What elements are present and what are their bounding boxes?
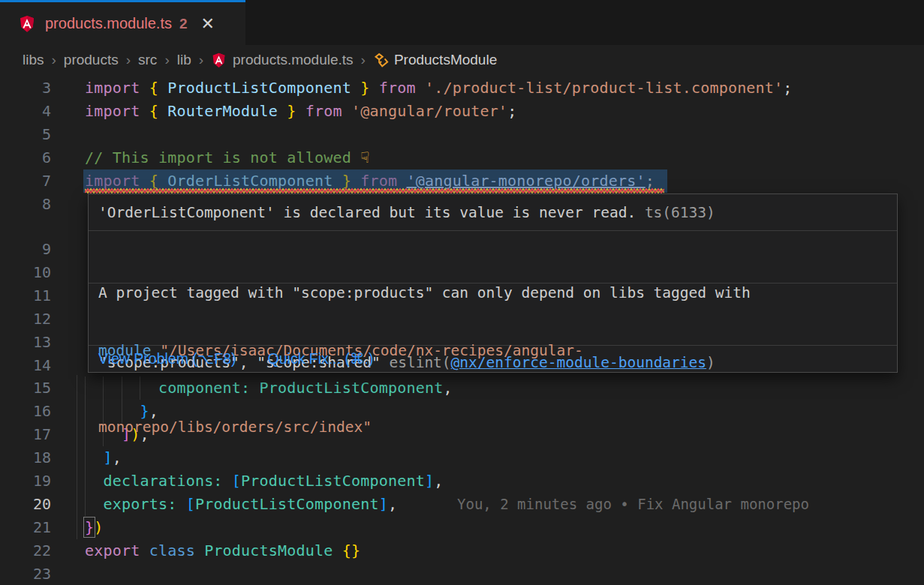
code-token: import xyxy=(85,102,149,120)
code-line[interactable]: import { ProductListComponent } from './… xyxy=(85,76,793,100)
tab-title: products.module.ts xyxy=(45,15,172,32)
line-number: 22 xyxy=(0,539,51,562)
code-token: '@angular/router' xyxy=(351,102,507,120)
line-number: 9 xyxy=(0,238,51,261)
hover-ts-error-code: ts(6133) xyxy=(636,204,715,221)
chevron-right-icon: › xyxy=(52,52,56,68)
breadcrumb-item-symbol[interactable]: ProductsModule xyxy=(373,52,497,68)
hover-eslint-close-paren: ) xyxy=(706,354,715,371)
code-token: ) xyxy=(94,518,103,536)
line-number: 21 xyxy=(0,516,51,539)
hover-module-line2: monorepo/libs/orders/src/index" xyxy=(98,415,897,440)
code-token: } xyxy=(351,79,369,97)
code-token: ; xyxy=(507,102,516,120)
breadcrumb-symbol-label: ProductsModule xyxy=(394,52,497,68)
code-token: class xyxy=(149,542,204,560)
code-token: ProductListComponent xyxy=(195,495,379,513)
chevron-right-icon: › xyxy=(126,52,131,68)
tab-products-module[interactable]: products.module.ts 2 ✕ xyxy=(0,0,245,45)
code-token: export xyxy=(85,542,149,560)
git-blame-annotation: You, 2 minutes ago • Fix Angular monorep… xyxy=(457,493,809,516)
code-token: './product-list/product-list.component' xyxy=(425,79,783,97)
error-hover-popup: 'OrderListComponent' is declared but its… xyxy=(88,194,898,373)
class-icon xyxy=(373,52,389,68)
chevron-right-icon: › xyxy=(164,52,169,68)
code-token: ☟ xyxy=(360,148,369,166)
angular-icon xyxy=(18,14,36,34)
line-number: 12 xyxy=(0,308,51,331)
line-number: 10 xyxy=(0,261,51,284)
line-number: 19 xyxy=(0,470,51,493)
breadcrumb-item-file[interactable]: products.module.ts xyxy=(211,52,354,69)
hover-ts-error-text: 'OrderListComponent' is declared but its… xyxy=(98,204,636,221)
code-token: ProductsModule xyxy=(204,542,342,560)
hover-ts-error: 'OrderListComponent' is declared but its… xyxy=(89,194,897,231)
code-token: exports: xyxy=(85,495,186,513)
chevron-right-icon: › xyxy=(199,52,203,68)
line-number: 17 xyxy=(0,423,51,446)
code-token: // This import is not allowed xyxy=(85,148,360,166)
line-number: 14 xyxy=(0,354,51,377)
code-token: { xyxy=(149,102,167,120)
angular-icon xyxy=(211,52,227,69)
line-number: 23 xyxy=(0,562,51,585)
code-line[interactable]: // This import is not allowed ☟ xyxy=(85,146,369,170)
hover-eslint-error: A project tagged with "scope:products" c… xyxy=(89,231,897,284)
quick-fix-button[interactable]: Quick Fix... (⌘.) xyxy=(268,350,374,368)
breadcrumb-item-products[interactable]: products xyxy=(64,52,119,68)
line-number: 4 xyxy=(0,100,51,123)
code-line[interactable]: }) xyxy=(85,516,104,539)
breadcrumb-item-lib[interactable]: lib xyxy=(177,52,191,68)
code-token: { xyxy=(149,79,167,97)
code-token: } xyxy=(278,102,296,120)
line-number: 7 xyxy=(0,170,51,193)
breadcrumb-file-label: products.module.ts xyxy=(233,52,354,68)
view-problem-button[interactable]: View Problem (⌥F8) xyxy=(98,350,236,368)
code-token: [ xyxy=(186,495,195,513)
line-number: 20 xyxy=(0,493,51,516)
line-number: 18 xyxy=(0,446,51,470)
line-number: 16 xyxy=(0,400,51,423)
line-number: 3 xyxy=(0,76,51,100)
line-number: 11 xyxy=(0,284,51,308)
line-number: 8 xyxy=(0,193,51,216)
breadcrumb-item-libs[interactable]: libs xyxy=(23,52,44,68)
vscode-window: { "tab": { "title": "products.module.ts"… xyxy=(0,0,924,585)
line-number: 13 xyxy=(0,331,51,354)
code-token: } xyxy=(85,518,94,536)
breadcrumb: libs › products › src › lib › products.m… xyxy=(0,45,924,75)
code-token: {} xyxy=(342,542,360,560)
code-token: ; xyxy=(783,79,792,97)
breadcrumb-item-src[interactable]: src xyxy=(138,52,157,68)
code-token: import xyxy=(85,79,149,97)
line-number: 5 xyxy=(0,123,51,146)
line-number: 15 xyxy=(0,376,51,400)
indent-guide xyxy=(85,376,86,516)
code-line[interactable]: import { RouterModule } from '@angular/r… xyxy=(85,100,516,123)
code-token: ProductListComponent xyxy=(167,79,351,97)
code-token: RouterModule xyxy=(167,102,278,120)
problem-count-badge: 2 xyxy=(179,16,188,32)
code-line[interactable]: exports: [ProductListComponent], xyxy=(85,493,397,516)
tab-bar: products.module.ts 2 ✕ xyxy=(0,0,924,45)
close-icon[interactable]: ✕ xyxy=(201,16,215,32)
code-token: from xyxy=(296,102,351,120)
code-token: , xyxy=(388,495,397,513)
code-line[interactable]: export class ProductsModule {} xyxy=(85,539,360,562)
line-number: 6 xyxy=(0,146,51,170)
code-token: ] xyxy=(379,495,388,513)
indent-guide xyxy=(77,375,77,539)
code-token: from xyxy=(369,79,424,97)
chevron-right-icon: › xyxy=(361,52,366,68)
module-path-part2: monorepo/libs/orders/src/index" xyxy=(98,418,372,436)
